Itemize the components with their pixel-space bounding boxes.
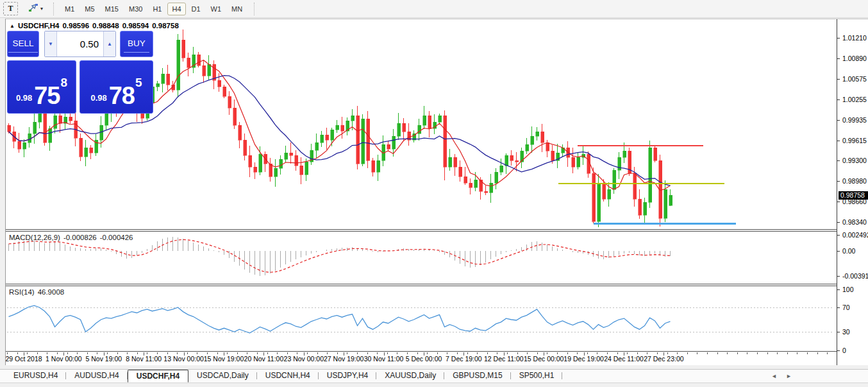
chart-tabs: EURUSD,H4AUDUSD,H4USDCHF,H4USDCAD,DailyU…	[5, 370, 562, 383]
time-tick-minor	[817, 352, 818, 354]
time-tick-minor	[617, 352, 618, 354]
timeframe-button-m30[interactable]: M30	[124, 3, 147, 15]
price-tick-label: 0.99300	[842, 157, 867, 164]
chart-window: 29 Oct 20181 Nov 00:005 Nov 19:008 Nov 1…	[5, 19, 868, 365]
cursor-arrows-icon	[28, 3, 38, 14]
time-label: 27 Nov 19:00	[324, 355, 363, 363]
volume-decrease-button[interactable]: ▼	[45, 31, 57, 56]
timeframe-button-mn[interactable]: MN	[227, 3, 247, 15]
price-tick-mark	[837, 202, 840, 202]
time-tick-minor	[557, 352, 558, 354]
time-tick-minor	[787, 352, 788, 354]
time-tick-minor	[217, 352, 218, 354]
tab-scroll-left-button[interactable]: ◄	[771, 373, 777, 379]
time-tick-minor	[767, 352, 768, 354]
time-label: 7 Dec 19:00	[446, 355, 482, 363]
timeframe-button-m5[interactable]: M5	[80, 3, 99, 15]
time-label: 13 Nov 00:00	[163, 355, 203, 363]
time-tick-minor	[747, 352, 747, 354]
symbol-period-label: USDCHF,H4	[18, 22, 60, 30]
price-tick-mark	[837, 58, 840, 59]
timeframe-button-m1[interactable]: M1	[60, 3, 79, 15]
status-bar	[0, 383, 868, 387]
time-tick-minor	[387, 352, 388, 354]
sell-button[interactable]: SELL	[7, 31, 39, 57]
chart-tab-eurusd[interactable]: EURUSD,H4	[5, 370, 66, 383]
price-axis[interactable]: 1.012101.008901.005751.002550.999350.996…	[837, 19, 868, 365]
time-label: 15 Nov 19:00	[204, 355, 244, 363]
time-tick-minor	[627, 352, 628, 354]
buy-price-big-digits: 78	[109, 85, 135, 107]
macd-tick-mark	[837, 235, 840, 236]
rsi-tick-label: 70	[842, 304, 850, 311]
volume-stepper: ▼ ▲	[44, 31, 116, 57]
buy-button[interactable]: BUY	[120, 31, 153, 57]
price-tick-mark	[837, 160, 840, 161]
sell-price-display[interactable]: 0.98 75 8	[7, 60, 76, 114]
close-value: 0.98758	[152, 22, 179, 30]
time-label: 20 Nov 11:00	[244, 355, 284, 363]
time-tick-minor	[127, 352, 128, 354]
time-label: 1 Nov 00:00	[46, 355, 82, 363]
time-tick-minor	[407, 352, 408, 354]
time-tick-minor	[397, 352, 397, 354]
rsi-label: RSI(14) 46.9008	[9, 288, 64, 296]
price-tick-mark	[837, 79, 840, 80]
time-tick-minor	[737, 352, 738, 354]
time-tick-minor	[567, 352, 568, 354]
time-tick-minor	[427, 352, 428, 354]
timeframe-button-d1[interactable]: D1	[187, 3, 205, 15]
volume-input[interactable]	[57, 31, 103, 56]
chart-tab-sp500[interactable]: SP500,H1	[511, 370, 563, 383]
time-tick-minor	[687, 352, 688, 354]
time-tick-minor	[317, 352, 318, 354]
time-tick-minor	[57, 352, 58, 354]
chart-tab-usdjpy[interactable]: USDJPY,H4	[319, 370, 376, 383]
time-axis[interactable]: 29 Oct 20181 Nov 00:005 Nov 19:008 Nov 1…	[6, 352, 837, 365]
chart-tab-bar: EURUSD,H4AUDUSD,H4USDCHF,H4USDCAD,DailyU…	[0, 369, 868, 383]
time-tick-minor	[137, 352, 138, 354]
rsi-tick-label: 30	[842, 328, 850, 336]
open-value: 0.98596	[62, 22, 89, 30]
time-tick-minor	[697, 352, 697, 354]
time-tick-minor	[337, 352, 338, 354]
time-tick-minor	[117, 352, 118, 354]
current-price-tag: 0.98758	[839, 191, 868, 200]
time-tick-minor	[367, 352, 368, 354]
time-tick-minor	[147, 352, 147, 354]
timeframe-button-h1[interactable]: H1	[148, 3, 166, 15]
time-label: 27 Dec 23:00	[644, 355, 683, 363]
timeframe-button-m15[interactable]: M15	[101, 3, 123, 15]
chart-tab-usdchf[interactable]: USDCHF,H4	[128, 370, 188, 383]
timeframe-button-w1[interactable]: W1	[206, 3, 226, 15]
macd-tick-mark	[837, 276, 840, 277]
tab-scroll-right-button[interactable]: ►	[786, 373, 792, 379]
buy-price-display[interactable]: 0.98 78 5	[79, 60, 153, 114]
top-toolbar: T ▾ M1M5M15M30H1H4D1W1MN	[0, 0, 868, 18]
toolbar-separator	[254, 3, 255, 15]
time-tick-minor	[417, 352, 418, 354]
text-label-tool-button[interactable]: T	[3, 2, 18, 15]
time-tick-minor	[47, 352, 47, 354]
cursor-tool-button[interactable]: ▾	[24, 2, 47, 15]
time-tick-minor	[827, 352, 828, 354]
timeframe-button-h4[interactable]: H4	[167, 3, 185, 15]
time-label: 5 Dec 00:00	[406, 355, 442, 363]
chart-tab-audusd[interactable]: AUDUSD,H4	[66, 370, 127, 383]
price-tick-label: 1.01210	[842, 34, 867, 42]
time-tick-minor	[177, 352, 178, 354]
chart-tab-usdcnh[interactable]: USDCNH,H4	[257, 370, 319, 383]
time-tick-minor	[207, 352, 208, 354]
time-label: 24 Dec 11:00	[604, 355, 644, 363]
chart-tab-usdcad[interactable]: USDCAD,Daily	[188, 370, 257, 383]
price-tick-label: 0.99615	[842, 137, 867, 144]
rsi-indicator-pane[interactable]	[6, 286, 837, 351]
price-tick-label: 0.99935	[842, 116, 867, 124]
time-tick-minor	[487, 352, 488, 354]
volume-increase-button[interactable]: ▲	[103, 31, 115, 56]
time-tick-minor	[157, 352, 158, 354]
chart-tab-gbpusd[interactable]: GBPUSD,M15	[444, 370, 510, 383]
chart-tab-xauusd[interactable]: XAUUSD,Daily	[376, 370, 444, 383]
time-label: 15 Dec 00:00	[524, 355, 563, 363]
sell-button-label: SELL	[12, 39, 33, 49]
